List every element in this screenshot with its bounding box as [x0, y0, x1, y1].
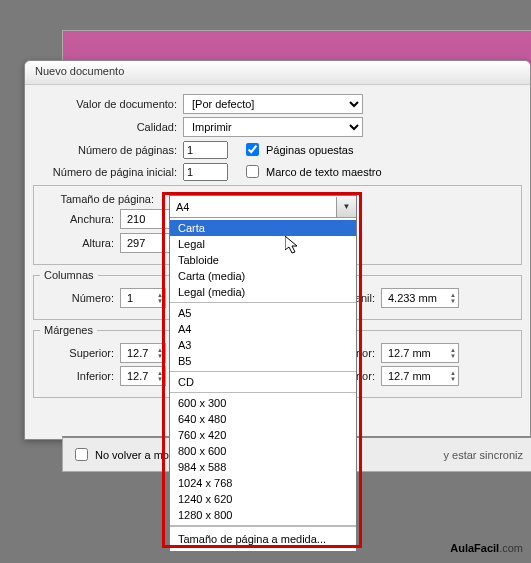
numero-input[interactable]: ▲▼	[120, 288, 166, 308]
watermark: AulaFacil.com	[450, 541, 523, 555]
dropdown-item-1024x768[interactable]: 1024 x 768	[170, 475, 356, 491]
label-valor-documento: Valor de documento:	[33, 98, 183, 110]
dropdown-item-carta[interactable]: Carta	[170, 220, 356, 236]
dropdown-item-a5[interactable]: A5	[170, 305, 356, 321]
interior-input[interactable]: ▲▼	[381, 343, 459, 363]
label-calidad: Calidad:	[33, 121, 183, 133]
columnas-legend: Columnas	[40, 269, 98, 281]
dropdown-item-cd[interactable]: CD	[170, 374, 356, 390]
dialog-title: Nuevo documento	[35, 65, 124, 77]
inferior-input[interactable]: ▲▼	[120, 366, 166, 386]
dropdown-item-tabloide[interactable]: Tabloide	[170, 252, 356, 268]
label-numero: Número:	[40, 292, 120, 304]
valor-documento-select[interactable]: [Por defecto]	[183, 94, 363, 114]
label-tam-pag: Tamaño de página:	[40, 193, 160, 205]
label-anchura: Anchura:	[40, 213, 120, 225]
dropdown-item-984x588[interactable]: 984 x 588	[170, 459, 356, 475]
dropdown-item-600x300[interactable]: 600 x 300	[170, 395, 356, 411]
dropdown-group-2: A5 A4 A3 B5	[170, 303, 356, 372]
dropdown-item-640x480[interactable]: 640 x 480	[170, 411, 356, 427]
dropdown-item-legal-media[interactable]: Legal (media)	[170, 284, 356, 300]
no-volver-checkbox[interactable]: No volver a mo	[71, 445, 169, 464]
exterior-input[interactable]: ▲▼	[381, 366, 459, 386]
dialog-titlebar: Nuevo documento	[25, 61, 530, 85]
num-pag-ini-input[interactable]	[183, 163, 228, 181]
label-inferior: Inferior:	[40, 370, 120, 382]
dropdown-group-4: 600 x 300 640 x 480 760 x 420 800 x 600 …	[170, 393, 356, 526]
dropdown-item-legal[interactable]: Legal	[170, 236, 356, 252]
marco-texto-checkbox[interactable]: Marco de texto maestro	[242, 162, 382, 181]
watermark-suffix: .com	[499, 542, 523, 554]
dropdown-item-1280x800[interactable]: 1280 x 800	[170, 507, 356, 523]
marco-texto-label: Marco de texto maestro	[266, 166, 382, 178]
dropdown-item-a3[interactable]: A3	[170, 337, 356, 353]
tamano-pagina-selected: A4	[170, 199, 336, 215]
no-volver-label: No volver a mo	[95, 449, 169, 461]
dropdown-item-1240x620[interactable]: 1240 x 620	[170, 491, 356, 507]
dropdown-item-carta-media[interactable]: Carta (media)	[170, 268, 356, 284]
label-superior: Superior:	[40, 347, 120, 359]
dropdown-toggle-button[interactable]: ▼	[336, 197, 356, 217]
superior-input[interactable]: ▲▼	[120, 343, 166, 363]
label-num-paginas: Número de páginas:	[33, 144, 183, 156]
dropdown-custom-size[interactable]: Tamaño de página a medida...	[170, 526, 356, 551]
no-volver-check[interactable]	[75, 448, 88, 461]
dropdown-item-a4[interactable]: A4	[170, 321, 356, 337]
paginas-opuestas-checkbox[interactable]: Páginas opuestas	[242, 140, 353, 159]
margenes-legend: Márgenes	[40, 324, 97, 336]
dropdown-group-1: Carta Legal Tabloide Carta (media) Legal…	[170, 218, 356, 303]
calidad-select[interactable]: Imprimir	[183, 117, 363, 137]
dropdown-group-3: CD	[170, 372, 356, 393]
num-paginas-input[interactable]	[183, 141, 228, 159]
dropdown-item-b5[interactable]: B5	[170, 353, 356, 369]
dropdown-item-760x420[interactable]: 760 x 420	[170, 427, 356, 443]
marco-texto-check[interactable]	[246, 165, 259, 178]
watermark-brand: AulaFacil	[450, 542, 499, 554]
paginas-opuestas-label: Páginas opuestas	[266, 144, 353, 156]
medianil-input[interactable]: ▲▼	[381, 288, 459, 308]
paginas-opuestas-check[interactable]	[246, 143, 259, 156]
label-num-pag-ini: Número de página inicial:	[33, 166, 183, 178]
sync-text: y estar sincroniz	[444, 449, 523, 461]
label-altura: Altura:	[40, 237, 120, 249]
dropdown-item-800x600[interactable]: 800 x 600	[170, 443, 356, 459]
tamano-pagina-dropdown[interactable]: A4 ▼ Carta Legal Tabloide Carta (media) …	[169, 195, 357, 552]
chevron-down-icon: ▼	[337, 200, 357, 213]
